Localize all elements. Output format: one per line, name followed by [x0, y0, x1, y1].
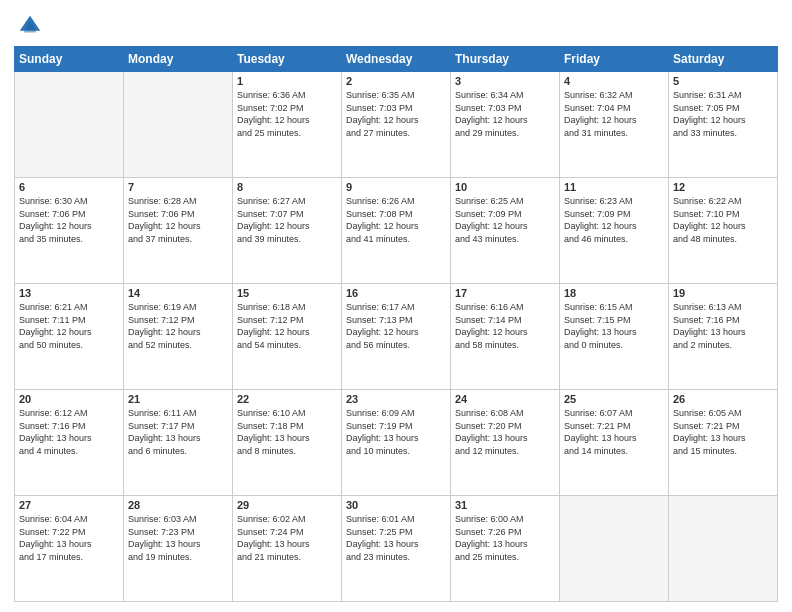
day-info: Sunrise: 6:02 AM Sunset: 7:24 PM Dayligh… — [237, 513, 337, 563]
day-number: 17 — [455, 287, 555, 299]
calendar-cell: 12Sunrise: 6:22 AM Sunset: 7:10 PM Dayli… — [669, 178, 778, 284]
day-info: Sunrise: 6:22 AM Sunset: 7:10 PM Dayligh… — [673, 195, 773, 245]
day-info: Sunrise: 6:09 AM Sunset: 7:19 PM Dayligh… — [346, 407, 446, 457]
calendar-day-header: Thursday — [451, 47, 560, 72]
day-info: Sunrise: 6:13 AM Sunset: 7:16 PM Dayligh… — [673, 301, 773, 351]
calendar-cell: 9Sunrise: 6:26 AM Sunset: 7:08 PM Daylig… — [342, 178, 451, 284]
calendar-cell: 7Sunrise: 6:28 AM Sunset: 7:06 PM Daylig… — [124, 178, 233, 284]
calendar-week-row: 27Sunrise: 6:04 AM Sunset: 7:22 PM Dayli… — [15, 496, 778, 602]
calendar-cell: 23Sunrise: 6:09 AM Sunset: 7:19 PM Dayli… — [342, 390, 451, 496]
calendar-table: SundayMondayTuesdayWednesdayThursdayFrid… — [14, 46, 778, 602]
day-info: Sunrise: 6:12 AM Sunset: 7:16 PM Dayligh… — [19, 407, 119, 457]
calendar-cell: 17Sunrise: 6:16 AM Sunset: 7:14 PM Dayli… — [451, 284, 560, 390]
day-number: 5 — [673, 75, 773, 87]
day-info: Sunrise: 6:03 AM Sunset: 7:23 PM Dayligh… — [128, 513, 228, 563]
day-info: Sunrise: 6:08 AM Sunset: 7:20 PM Dayligh… — [455, 407, 555, 457]
calendar-cell: 27Sunrise: 6:04 AM Sunset: 7:22 PM Dayli… — [15, 496, 124, 602]
calendar-cell: 14Sunrise: 6:19 AM Sunset: 7:12 PM Dayli… — [124, 284, 233, 390]
calendar-cell: 5Sunrise: 6:31 AM Sunset: 7:05 PM Daylig… — [669, 72, 778, 178]
calendar-cell: 30Sunrise: 6:01 AM Sunset: 7:25 PM Dayli… — [342, 496, 451, 602]
day-number: 11 — [564, 181, 664, 193]
calendar-cell: 19Sunrise: 6:13 AM Sunset: 7:16 PM Dayli… — [669, 284, 778, 390]
calendar-week-row: 1Sunrise: 6:36 AM Sunset: 7:02 PM Daylig… — [15, 72, 778, 178]
day-info: Sunrise: 6:05 AM Sunset: 7:21 PM Dayligh… — [673, 407, 773, 457]
day-info: Sunrise: 6:15 AM Sunset: 7:15 PM Dayligh… — [564, 301, 664, 351]
calendar-cell: 11Sunrise: 6:23 AM Sunset: 7:09 PM Dayli… — [560, 178, 669, 284]
calendar-day-header: Friday — [560, 47, 669, 72]
day-info: Sunrise: 6:10 AM Sunset: 7:18 PM Dayligh… — [237, 407, 337, 457]
calendar-body: 1Sunrise: 6:36 AM Sunset: 7:02 PM Daylig… — [15, 72, 778, 602]
day-info: Sunrise: 6:32 AM Sunset: 7:04 PM Dayligh… — [564, 89, 664, 139]
calendar-day-header: Monday — [124, 47, 233, 72]
day-number: 31 — [455, 499, 555, 511]
calendar-header: SundayMondayTuesdayWednesdayThursdayFrid… — [15, 47, 778, 72]
day-info: Sunrise: 6:01 AM Sunset: 7:25 PM Dayligh… — [346, 513, 446, 563]
calendar-cell: 26Sunrise: 6:05 AM Sunset: 7:21 PM Dayli… — [669, 390, 778, 496]
logo — [14, 12, 44, 40]
day-number: 29 — [237, 499, 337, 511]
calendar-cell — [669, 496, 778, 602]
day-number: 25 — [564, 393, 664, 405]
calendar-cell: 2Sunrise: 6:35 AM Sunset: 7:03 PM Daylig… — [342, 72, 451, 178]
day-number: 13 — [19, 287, 119, 299]
calendar-cell: 31Sunrise: 6:00 AM Sunset: 7:26 PM Dayli… — [451, 496, 560, 602]
day-number: 22 — [237, 393, 337, 405]
day-number: 20 — [19, 393, 119, 405]
day-info: Sunrise: 6:19 AM Sunset: 7:12 PM Dayligh… — [128, 301, 228, 351]
day-number: 2 — [346, 75, 446, 87]
day-number: 18 — [564, 287, 664, 299]
day-info: Sunrise: 6:16 AM Sunset: 7:14 PM Dayligh… — [455, 301, 555, 351]
day-info: Sunrise: 6:26 AM Sunset: 7:08 PM Dayligh… — [346, 195, 446, 245]
calendar-day-header: Saturday — [669, 47, 778, 72]
day-number: 10 — [455, 181, 555, 193]
calendar-cell: 4Sunrise: 6:32 AM Sunset: 7:04 PM Daylig… — [560, 72, 669, 178]
calendar-cell: 3Sunrise: 6:34 AM Sunset: 7:03 PM Daylig… — [451, 72, 560, 178]
calendar-week-row: 13Sunrise: 6:21 AM Sunset: 7:11 PM Dayli… — [15, 284, 778, 390]
day-info: Sunrise: 6:04 AM Sunset: 7:22 PM Dayligh… — [19, 513, 119, 563]
day-number: 15 — [237, 287, 337, 299]
day-info: Sunrise: 6:34 AM Sunset: 7:03 PM Dayligh… — [455, 89, 555, 139]
calendar-cell — [124, 72, 233, 178]
day-number: 30 — [346, 499, 446, 511]
calendar-cell: 8Sunrise: 6:27 AM Sunset: 7:07 PM Daylig… — [233, 178, 342, 284]
day-info: Sunrise: 6:30 AM Sunset: 7:06 PM Dayligh… — [19, 195, 119, 245]
day-info: Sunrise: 6:31 AM Sunset: 7:05 PM Dayligh… — [673, 89, 773, 139]
calendar-cell: 6Sunrise: 6:30 AM Sunset: 7:06 PM Daylig… — [15, 178, 124, 284]
day-number: 14 — [128, 287, 228, 299]
calendar-cell: 21Sunrise: 6:11 AM Sunset: 7:17 PM Dayli… — [124, 390, 233, 496]
day-number: 4 — [564, 75, 664, 87]
day-number: 27 — [19, 499, 119, 511]
day-number: 8 — [237, 181, 337, 193]
day-number: 19 — [673, 287, 773, 299]
day-info: Sunrise: 6:18 AM Sunset: 7:12 PM Dayligh… — [237, 301, 337, 351]
day-number: 28 — [128, 499, 228, 511]
calendar-cell — [560, 496, 669, 602]
calendar-cell: 1Sunrise: 6:36 AM Sunset: 7:02 PM Daylig… — [233, 72, 342, 178]
day-number: 24 — [455, 393, 555, 405]
day-number: 21 — [128, 393, 228, 405]
day-info: Sunrise: 6:00 AM Sunset: 7:26 PM Dayligh… — [455, 513, 555, 563]
day-info: Sunrise: 6:27 AM Sunset: 7:07 PM Dayligh… — [237, 195, 337, 245]
day-number: 7 — [128, 181, 228, 193]
page: SundayMondayTuesdayWednesdayThursdayFrid… — [0, 0, 792, 612]
calendar-week-row: 20Sunrise: 6:12 AM Sunset: 7:16 PM Dayli… — [15, 390, 778, 496]
day-info: Sunrise: 6:07 AM Sunset: 7:21 PM Dayligh… — [564, 407, 664, 457]
day-info: Sunrise: 6:23 AM Sunset: 7:09 PM Dayligh… — [564, 195, 664, 245]
calendar-cell: 15Sunrise: 6:18 AM Sunset: 7:12 PM Dayli… — [233, 284, 342, 390]
calendar-day-header: Wednesday — [342, 47, 451, 72]
day-info: Sunrise: 6:21 AM Sunset: 7:11 PM Dayligh… — [19, 301, 119, 351]
day-info: Sunrise: 6:35 AM Sunset: 7:03 PM Dayligh… — [346, 89, 446, 139]
calendar-cell: 29Sunrise: 6:02 AM Sunset: 7:24 PM Dayli… — [233, 496, 342, 602]
day-info: Sunrise: 6:28 AM Sunset: 7:06 PM Dayligh… — [128, 195, 228, 245]
calendar-week-row: 6Sunrise: 6:30 AM Sunset: 7:06 PM Daylig… — [15, 178, 778, 284]
calendar-cell — [15, 72, 124, 178]
calendar-cell: 20Sunrise: 6:12 AM Sunset: 7:16 PM Dayli… — [15, 390, 124, 496]
day-info: Sunrise: 6:17 AM Sunset: 7:13 PM Dayligh… — [346, 301, 446, 351]
calendar-day-header: Sunday — [15, 47, 124, 72]
day-info: Sunrise: 6:25 AM Sunset: 7:09 PM Dayligh… — [455, 195, 555, 245]
day-info: Sunrise: 6:11 AM Sunset: 7:17 PM Dayligh… — [128, 407, 228, 457]
calendar-day-header: Tuesday — [233, 47, 342, 72]
calendar-cell: 25Sunrise: 6:07 AM Sunset: 7:21 PM Dayli… — [560, 390, 669, 496]
header — [14, 12, 778, 40]
day-number: 1 — [237, 75, 337, 87]
